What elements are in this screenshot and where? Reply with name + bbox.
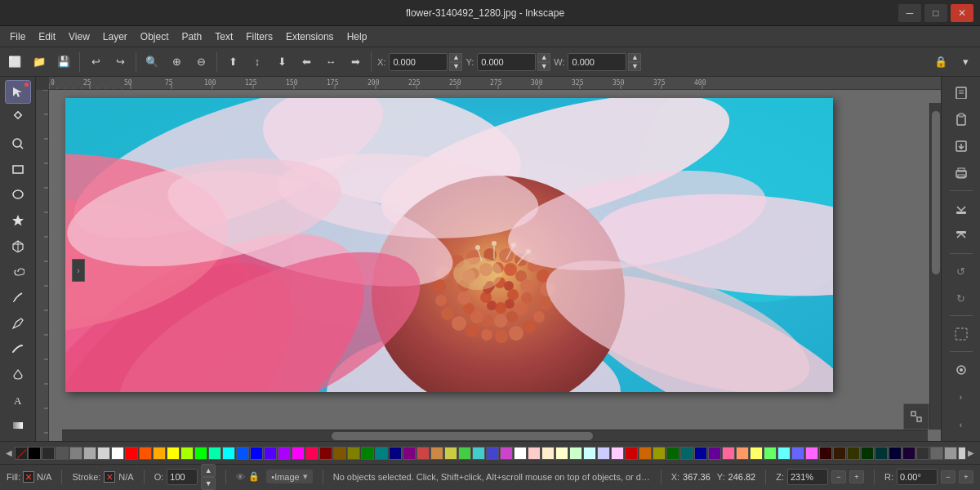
panel-undo-hist[interactable]: ↺ (948, 259, 974, 284)
fill-x-indicator[interactable] (23, 471, 34, 483)
tool-pencil[interactable] (5, 285, 31, 309)
tool-calligraphy[interactable] (5, 336, 31, 360)
y-spin-down[interactable]: ▼ (537, 62, 550, 71)
y-input[interactable] (477, 53, 536, 71)
menu-item-text[interactable]: Text (208, 29, 239, 44)
panel-import[interactable] (948, 134, 974, 159)
zoom-fit-button[interactable]: 🔍 (140, 51, 163, 74)
color-swatch-23[interactable] (347, 447, 360, 460)
align-top-button[interactable]: ⬆ (221, 51, 244, 74)
color-swatch-49[interactable] (708, 447, 721, 460)
panel-expand-right[interactable]: › (948, 384, 974, 410)
color-swatch-52[interactable] (750, 447, 763, 460)
color-swatch-27[interactable] (403, 447, 416, 460)
color-swatch-26[interactable] (389, 447, 402, 460)
color-swatch-62[interactable] (889, 447, 902, 460)
zoom-input[interactable] (787, 469, 828, 485)
tool-3dbox[interactable] (5, 234, 31, 258)
color-swatch-55[interactable] (791, 447, 804, 460)
color-swatch-35[interactable] (514, 447, 527, 460)
rotation-dec[interactable]: − (941, 470, 956, 483)
color-swatch-21[interactable] (319, 447, 332, 460)
color-swatch-38[interactable] (555, 447, 568, 460)
close-button[interactable]: ✕ (951, 4, 973, 22)
color-swatch-16[interactable] (250, 447, 263, 460)
tool-selector[interactable] (5, 80, 31, 104)
minimize-button[interactable]: ─ (898, 4, 921, 22)
maximize-button[interactable]: □ (924, 4, 947, 22)
tool-pen[interactable] (5, 311, 31, 335)
tool-rect[interactable] (5, 157, 31, 180)
color-swatch-3[interactable] (69, 447, 82, 460)
y-spin-up[interactable]: ▲ (537, 53, 550, 62)
color-swatch-53[interactable] (764, 447, 777, 460)
w-spin-up[interactable]: ▲ (628, 53, 641, 62)
opacity-spin-down[interactable]: ▼ (201, 477, 216, 490)
eye-icon[interactable]: 👁 (236, 472, 245, 482)
menu-item-layer[interactable]: Layer (96, 29, 134, 44)
x-input[interactable] (389, 53, 448, 71)
tool-star[interactable] (5, 208, 31, 232)
tool-text[interactable]: A (5, 388, 31, 412)
menu-item-path[interactable]: Path (176, 29, 209, 44)
w-spin-down[interactable]: ▼ (628, 62, 641, 71)
stroke-x-indicator[interactable] (104, 471, 115, 483)
color-swatch-30[interactable] (444, 447, 457, 460)
color-swatch-64[interactable] (916, 447, 929, 460)
horizontal-scrollbar[interactable] (62, 430, 928, 441)
color-swatch-44[interactable] (639, 447, 652, 460)
tool-gradient[interactable] (5, 413, 31, 437)
menu-item-view[interactable]: View (62, 29, 96, 44)
tool-paint-bucket[interactable] (5, 363, 31, 386)
lock-button[interactable]: 🔒 (929, 51, 952, 74)
color-swatch-18[interactable] (278, 447, 291, 460)
image-type-group[interactable]: •Image ▾ (266, 470, 312, 483)
rotation-input[interactable] (897, 469, 938, 485)
menu-item-edit[interactable]: Edit (32, 29, 62, 44)
align-left-button[interactable]: ⬅ (295, 51, 318, 74)
color-swatch-1[interactable] (42, 447, 55, 460)
color-swatch-50[interactable] (722, 447, 735, 460)
palette-arrow-left[interactable]: ◀ (3, 447, 15, 460)
color-swatch-58[interactable] (833, 447, 846, 460)
color-swatch-4[interactable] (83, 447, 96, 460)
vertical-scrollbar[interactable] (929, 103, 941, 430)
color-swatch-34[interactable] (500, 447, 513, 460)
zoom-out-status[interactable]: − (831, 470, 846, 483)
save-button[interactable]: 💾 (52, 51, 75, 74)
tool-node[interactable] (5, 105, 31, 129)
new-button[interactable]: ⬜ (3, 51, 26, 74)
color-swatch-66[interactable] (944, 447, 957, 460)
document-canvas[interactable] (49, 90, 941, 441)
tool-ellipse[interactable] (5, 183, 31, 207)
color-swatch-56[interactable] (805, 447, 818, 460)
color-swatch-51[interactable] (736, 447, 749, 460)
color-swatch-63[interactable] (902, 447, 915, 460)
color-swatch-42[interactable] (611, 447, 624, 460)
canvas-area[interactable]: 0 25 50 75 100 125 150 175 200 (36, 77, 941, 441)
color-swatch-67[interactable] (958, 447, 965, 460)
panel-expand-left[interactable]: ‹ (948, 412, 974, 438)
open-button[interactable]: 📁 (28, 51, 51, 74)
color-swatch-9[interactable] (153, 447, 166, 460)
align-bottom-button[interactable]: ⬇ (270, 51, 293, 74)
color-swatch-22[interactable] (333, 447, 346, 460)
tool-spiral[interactable] (5, 260, 31, 283)
color-swatch-61[interactable] (875, 447, 888, 460)
undo-button[interactable]: ↩ (84, 51, 107, 74)
panel-group[interactable] (948, 321, 974, 346)
opacity-input[interactable] (167, 469, 198, 485)
color-swatch-25[interactable] (375, 447, 388, 460)
rotation-inc[interactable]: + (959, 470, 973, 483)
x-spin-down[interactable]: ▼ (449, 62, 462, 71)
color-swatch-47[interactable] (680, 447, 693, 460)
scrollbar-thumb-v[interactable] (932, 111, 940, 274)
color-swatch-33[interactable] (486, 447, 499, 460)
color-swatch-11[interactable] (180, 447, 194, 460)
color-swatch-14[interactable] (222, 447, 235, 460)
color-swatch-40[interactable] (583, 447, 596, 460)
color-swatch-60[interactable] (861, 447, 874, 460)
color-swatch-48[interactable] (694, 447, 707, 460)
color-swatch-41[interactable] (597, 447, 610, 460)
panel-documents[interactable] (948, 80, 974, 105)
